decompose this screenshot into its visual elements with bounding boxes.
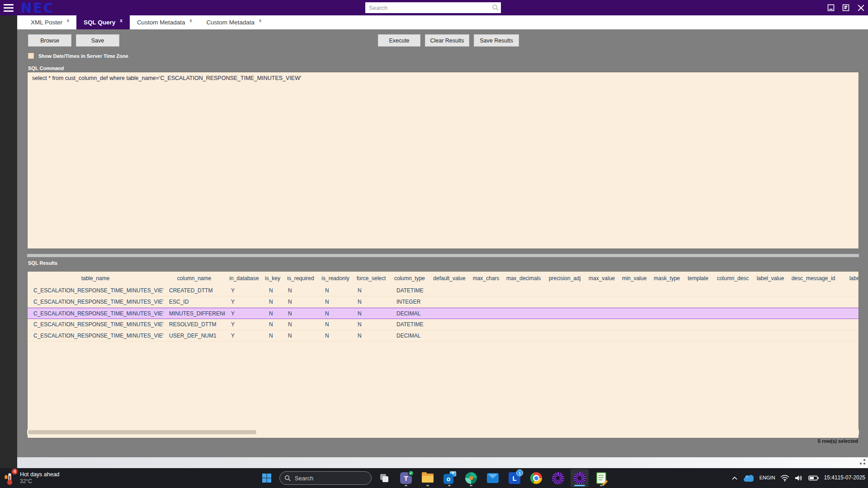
file-explorer-button[interactable] — [419, 469, 437, 487]
chrome-icon — [530, 472, 542, 484]
restore-icon[interactable] — [841, 3, 850, 12]
weather-widget[interactable]: 4 Hot days ahead 32°C — [4, 468, 60, 488]
tab-sql-query[interactable]: SQL Query x — [76, 15, 130, 29]
column-header[interactable]: desc_message_id — [787, 275, 840, 282]
pinwheel-app-button-1[interactable] — [549, 469, 567, 487]
outlook-new-button[interactable] — [484, 469, 502, 487]
timezone-checkbox[interactable] — [28, 53, 34, 59]
cell-table-name: C_ESCALATION_RESPONSE_TIME_MINUTES_VIEW — [28, 299, 163, 305]
column-header[interactable]: column_type — [391, 275, 429, 282]
teams-app-button[interactable]: T ✓ — [397, 469, 415, 487]
sql-command-input[interactable]: select * from cust_column_def where tabl… — [27, 72, 859, 249]
splitter-handle[interactable] — [27, 254, 859, 257]
close-icon[interactable] — [856, 3, 865, 12]
tab-label: SQL Query — [84, 19, 115, 26]
column-header[interactable]: max_chars — [470, 275, 502, 282]
column-header[interactable]: table_name — [28, 275, 163, 282]
l-app-button[interactable]: L 1 — [505, 469, 524, 487]
column-header[interactable]: is_required — [282, 275, 319, 282]
titlebar-search-input[interactable] — [365, 2, 501, 13]
column-header[interactable]: label_n — [840, 275, 859, 282]
window-bottom-strip — [17, 457, 868, 468]
column-header[interactable]: column_name — [163, 275, 225, 282]
tab-close-icon[interactable]: x — [259, 18, 261, 23]
column-header[interactable]: min_value — [619, 275, 649, 282]
pinwheel-app-icon — [552, 472, 564, 484]
cell-is-readonly: N — [319, 287, 352, 294]
cell-is-readonly: N — [319, 321, 352, 328]
column-header[interactable]: in_database — [225, 275, 263, 282]
column-header[interactable]: template — [684, 275, 712, 282]
clear-results-button[interactable]: Clear Results — [425, 34, 469, 47]
table-row-selected[interactable]: C_ESCALATION_RESPONSE_TIME_MINUTES_VIEW … — [28, 308, 859, 319]
company-app-button[interactable] — [462, 469, 480, 487]
cell-is-key: N — [263, 310, 282, 317]
table-row[interactable]: C_ESCALATION_RESPONSE_TIME_MINUTES_VIEW … — [28, 285, 859, 296]
resize-grip[interactable] — [857, 459, 865, 466]
column-header[interactable]: max_decimals — [502, 275, 545, 282]
cell-is-key: N — [263, 333, 282, 339]
onedrive-cloud-icon[interactable] — [743, 474, 755, 482]
volume-icon[interactable] — [794, 474, 803, 482]
column-header[interactable]: force_select — [352, 275, 391, 282]
column-header[interactable]: default_value — [429, 275, 470, 282]
l-app-icon: L 1 — [509, 472, 520, 484]
search-icon — [284, 475, 291, 482]
browse-button[interactable]: Browse — [28, 34, 71, 47]
scrollbar-thumb[interactable] — [28, 430, 256, 434]
wifi-icon[interactable] — [780, 474, 789, 482]
taskbar-center: Search T ✓ o — [258, 468, 610, 488]
cell-force-select: N — [352, 310, 391, 317]
cell-column-name: USER_DEF_NUM1 — [163, 333, 225, 339]
cell-is-readonly: N — [319, 310, 352, 317]
cell-column-type: DECIMAL — [391, 333, 429, 339]
tab-custom-metadata-1[interactable]: Custom Metadata x — [130, 15, 199, 29]
pinwheel-app-button-2-active[interactable] — [571, 469, 589, 487]
execute-button[interactable]: Execute — [378, 34, 420, 47]
column-header[interactable]: is_readonly — [319, 275, 352, 282]
column-header[interactable]: is_key — [263, 275, 282, 282]
tray-chevron-up-icon[interactable] — [731, 476, 738, 480]
column-header[interactable]: column_desc — [712, 275, 754, 282]
cell-column-type: DATETIME — [391, 321, 429, 328]
minimize-icon[interactable] — [826, 3, 835, 12]
notepad-app-button[interactable] — [592, 469, 610, 487]
tab-bar: XML Poster x SQL Query x Custom Metadata… — [17, 15, 868, 29]
windows-logo-icon — [261, 473, 272, 483]
l-app-badge: 1 — [516, 469, 523, 476]
column-header[interactable]: label_value — [754, 275, 787, 282]
cell-column-type: DECIMAL — [391, 310, 429, 317]
horizontal-scrollbar[interactable] — [27, 430, 859, 435]
cell-force-select: N — [352, 321, 391, 328]
start-button[interactable] — [258, 469, 276, 487]
column-header[interactable]: max_value — [584, 275, 619, 282]
outlook-icon: o — [443, 472, 455, 484]
column-header[interactable]: precision_adj — [545, 275, 584, 282]
search-icon — [492, 4, 499, 11]
table-row[interactable]: C_ESCALATION_RESPONSE_TIME_MINUTES_VIEW … — [28, 319, 859, 330]
column-header[interactable]: mask_type — [649, 275, 684, 282]
chrome-button[interactable] — [527, 469, 545, 487]
tab-custom-metadata-2[interactable]: Custom Metadata x — [199, 15, 269, 29]
clock-date[interactable]: 15:41 15-07-2025 — [824, 474, 865, 482]
outlook-classic-button[interactable]: o — [440, 469, 458, 487]
table-row[interactable]: C_ESCALATION_RESPONSE_TIME_MINUTES_VIEW … — [28, 330, 859, 342]
save-button[interactable]: Save — [76, 34, 119, 47]
save-results-button[interactable]: Save Results — [474, 34, 519, 47]
cell-column-name: CREATED_DTTM — [163, 287, 225, 294]
taskbar-search[interactable]: Search — [279, 471, 372, 485]
tab-close-icon[interactable]: x — [67, 18, 69, 23]
battery-icon[interactable] — [808, 475, 819, 481]
cell-in-database: Y — [225, 310, 263, 317]
task-view-button[interactable] — [375, 469, 393, 487]
hamburger-menu-icon[interactable] — [0, 0, 17, 15]
tab-close-icon[interactable]: x — [120, 18, 123, 23]
tab-xml-poster[interactable]: XML Poster x — [24, 15, 76, 29]
cell-is-required: N — [282, 321, 319, 328]
table-row[interactable]: C_ESCALATION_RESPONSE_TIME_MINUTES_VIEW … — [28, 296, 859, 308]
tab-close-icon[interactable]: x — [189, 18, 192, 23]
sql-query-panel: Browse Save Execute Clear Results Save R… — [17, 29, 868, 457]
language-indicator[interactable]: ENG IN — [760, 475, 775, 481]
sql-results-grid: table_name column_name in_database is_ke… — [27, 271, 859, 438]
cell-is-key: N — [263, 321, 282, 328]
